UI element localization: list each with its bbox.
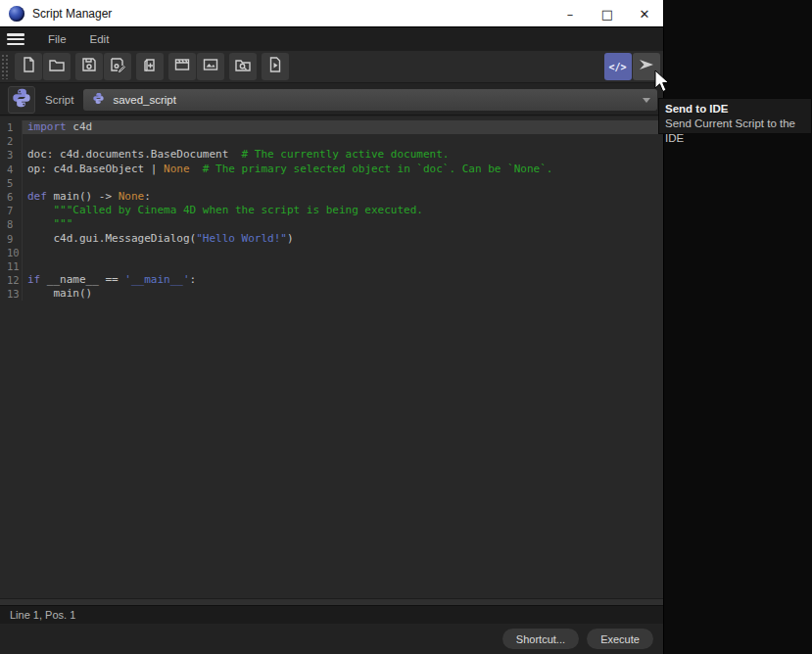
code-line[interactable]: 6def main() -> None:	[0, 190, 663, 204]
minimize-button[interactable]: –	[551, 0, 589, 27]
code-text	[22, 134, 663, 148]
line-number: 5	[0, 176, 22, 190]
code-lines: 1import c4d23doc: c4d.documents.BaseDocu…	[0, 120, 663, 301]
image-button[interactable]	[197, 53, 224, 80]
send-to-ide-icon	[637, 55, 656, 78]
code-text	[22, 246, 663, 259]
execute-button[interactable]: Execute	[587, 629, 653, 649]
maximize-button[interactable]: □	[589, 0, 626, 27]
mouse-cursor	[654, 70, 672, 99]
horizontal-scrollbar-track[interactable]	[0, 598, 663, 605]
window-controls: – □ ✕	[551, 0, 663, 27]
script-dropdown[interactable]: saved_script	[83, 89, 657, 111]
code-line[interactable]: 8 """	[0, 217, 663, 231]
line-number: 7	[0, 204, 22, 217]
code-text: doc: c4d.documents.BaseDocument # The cu…	[22, 148, 663, 162]
line-number: 1	[0, 120, 22, 134]
window-title: Script Manager	[32, 7, 112, 21]
cursor-position-status: Line 1, Pos. 1	[10, 609, 75, 621]
new-script-button[interactable]	[15, 53, 42, 80]
new-script-icon	[20, 56, 37, 77]
tooltip-description: Send Current Script to the IDE	[665, 117, 805, 146]
python-script-button[interactable]	[8, 86, 35, 114]
line-number: 3	[0, 148, 22, 162]
line-number: 8	[0, 217, 22, 231]
code-line[interactable]: 7 """Called by Cinema 4D when the script…	[0, 204, 663, 217]
code-text	[22, 259, 663, 273]
line-number: 13	[0, 287, 22, 301]
tooltip-title: Send to IDE	[665, 102, 805, 117]
toolbar-grip-handle[interactable]	[1, 54, 10, 79]
footer-bar: Shortcut... Execute	[0, 624, 663, 654]
file-play-icon	[266, 56, 284, 77]
shortcut-button[interactable]: Shortcut...	[502, 629, 579, 649]
code-editor[interactable]: 1import c4d23doc: c4d.documents.BaseDocu…	[0, 117, 663, 598]
cinema4d-logo-icon	[9, 6, 24, 22]
script-selector-row: Script saved_script	[0, 84, 663, 116]
toolbar-right-group: </>	[603, 53, 660, 80]
code-text: import c4d	[22, 120, 663, 134]
code-text: """	[22, 217, 663, 231]
python-logo-icon	[11, 87, 32, 113]
open-script-button[interactable]	[43, 53, 71, 80]
close-button[interactable]: ✕	[626, 0, 663, 27]
python-small-icon	[92, 91, 105, 109]
film-clapper-icon	[173, 56, 191, 77]
code-text: c4d.gui.MessageDialog("Hello World!")	[22, 232, 663, 246]
code-line[interactable]: 5	[0, 176, 663, 190]
save-script-button[interactable]	[75, 53, 103, 80]
code-line[interactable]: 9 c4d.gui.MessageDialog("Hello World!")	[0, 232, 663, 246]
line-number: 12	[0, 273, 22, 287]
code-line[interactable]: 12if __name__ == '__main__':	[0, 273, 663, 287]
line-number: 4	[0, 163, 22, 176]
code-text: def main() -> None:	[22, 190, 663, 204]
code-text: main()	[22, 287, 663, 301]
statusbar: Line 1, Pos. 1	[0, 605, 663, 624]
code-line[interactable]: 1import c4d	[0, 120, 663, 134]
toolbar: </>	[0, 51, 663, 83]
script-manager-window: Script Manager – □ ✕ File Edit	[0, 0, 664, 654]
line-number: 10	[0, 246, 22, 259]
run-script-button[interactable]	[262, 53, 289, 80]
line-number: 9	[0, 232, 22, 246]
code-text: """Called by Cinema 4D when the script i…	[22, 204, 663, 217]
save-icon	[80, 56, 98, 77]
desktop-background: Script Manager – □ ✕ File Edit	[0, 0, 812, 654]
menu-file[interactable]: File	[36, 33, 78, 45]
code-line[interactable]: 13 main()	[0, 287, 663, 301]
code-text: if __name__ == '__main__':	[22, 273, 663, 287]
code-line[interactable]: 2	[0, 134, 663, 148]
code-editor-button[interactable]: </>	[604, 53, 632, 80]
code-text	[22, 176, 663, 190]
line-number: 6	[0, 190, 22, 204]
code-line[interactable]: 11	[0, 259, 663, 273]
code-line[interactable]: 3doc: c4d.documents.BaseDocument # The c…	[0, 148, 663, 162]
line-number: 2	[0, 134, 22, 148]
script-label: Script	[45, 94, 73, 106]
image-icon	[202, 56, 219, 77]
line-number: 11	[0, 259, 22, 273]
film-button[interactable]	[168, 53, 196, 80]
folder-search-icon	[234, 56, 252, 77]
chevron-down-icon	[643, 98, 650, 103]
save-as-icon	[109, 56, 126, 77]
code-line[interactable]: 10	[0, 246, 663, 259]
send-to-ide-tooltip: Send to IDE Send Current Script to the I…	[658, 98, 812, 134]
save-script-as-button[interactable]	[104, 53, 131, 80]
menu-edit[interactable]: Edit	[78, 33, 121, 45]
duplicate-script-button[interactable]	[136, 53, 164, 80]
code-line[interactable]: 4op: c4d.BaseObject | None # The primary…	[0, 163, 663, 176]
browse-scripts-button[interactable]	[229, 53, 257, 80]
hamburger-menu-icon[interactable]	[7, 33, 24, 45]
script-dropdown-value: saved_script	[113, 94, 176, 106]
duplicate-plus-icon	[141, 56, 159, 77]
menubar: File Edit	[0, 27, 663, 51]
open-folder-icon	[48, 56, 66, 77]
code-text: op: c4d.BaseObject | None # The primary …	[22, 163, 663, 176]
titlebar[interactable]: Script Manager – □ ✕	[0, 0, 663, 27]
